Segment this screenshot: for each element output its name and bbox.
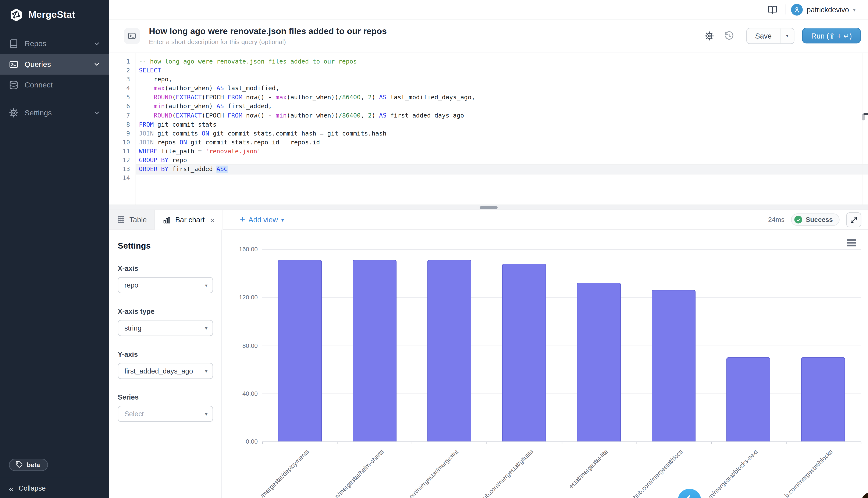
sidebar-item-repos[interactable]: Repos [0, 34, 109, 54]
x-axis-label: hub.com/mergestat/docs [632, 448, 684, 498]
beta-badge: beta [9, 459, 48, 471]
line-number: 13 [109, 165, 136, 174]
bar [726, 357, 770, 442]
code-line: JOIN repos ON git_commit_stats.repo_id =… [136, 138, 868, 147]
gear-icon [9, 108, 18, 118]
chart-plot: 160.00120.0080.0040.000.00/mergestat/dep… [221, 230, 868, 498]
y-axis-select[interactable]: first_added_days_ago ▾ [118, 363, 213, 379]
caret-down-icon: ▾ [281, 217, 284, 223]
add-view-button[interactable]: + Add view ▾ [240, 210, 284, 229]
editor-scroll-marker [864, 113, 868, 115]
query-type-badge [124, 27, 140, 44]
line-number: 11 [109, 147, 136, 156]
sidebar-item-label: Queries [25, 60, 87, 68]
line-number: 12 [109, 156, 136, 165]
book-icon [9, 39, 18, 49]
close-icon[interactable]: × [210, 215, 215, 224]
x-axis-value: repo [124, 281, 138, 289]
y-axis-value: first_added_days_ago [124, 367, 193, 375]
line-number: 10 [109, 138, 136, 147]
sidebar-nav: Repos Queries [0, 34, 109, 123]
beta-label: beta [27, 461, 40, 468]
y-tick-label: 40.00 [231, 390, 258, 397]
query-header: How long ago were renovate.json files ad… [109, 19, 868, 52]
expand-results-button[interactable] [846, 212, 861, 227]
table-grid-icon [117, 216, 125, 224]
bar-chart-icon [163, 216, 171, 224]
save-options-caret[interactable]: ▾ [780, 28, 794, 43]
series-value: Select [124, 410, 144, 418]
code-line: repo, [136, 75, 868, 84]
panel-resize-handle[interactable] [109, 205, 868, 210]
query-duration: 24ms [768, 216, 784, 224]
series-select[interactable]: Select ▾ [118, 406, 213, 422]
x-axis-tick [487, 442, 487, 444]
y-tick-label: 0.00 [231, 438, 258, 445]
plus-icon: + [240, 214, 245, 224]
x-axis-label: ub.com/mergestat/gitutils [482, 448, 534, 498]
bar [353, 260, 396, 442]
editor-scrollbar-track [862, 53, 863, 205]
tab-table[interactable]: Table [109, 210, 155, 229]
sidebar-item-settings[interactable]: Settings [0, 103, 109, 123]
code-line: GROUP BY repo [136, 156, 868, 165]
add-view-label: Add view [248, 215, 278, 224]
caret-down-icon: ▾ [853, 6, 856, 13]
chart-settings-panel: Settings X-axis repo ▾ X-axis type strin… [109, 230, 221, 498]
save-split-button: Save ▾ [746, 27, 794, 44]
sql-editor[interactable]: 1234567891011121314 -- how long ago were… [109, 53, 868, 205]
caret-down-icon: ▾ [205, 411, 207, 417]
docs-book-icon[interactable] [765, 2, 779, 16]
sidebar: MergeStat Repos Qu [0, 0, 109, 498]
sidebar-item-queries[interactable]: Queries [0, 54, 109, 75]
chevron-down-icon [93, 61, 100, 68]
bar [577, 283, 621, 442]
y-tick-label: 120.00 [231, 294, 258, 301]
code-line: ORDER BY first_added ASC [136, 165, 868, 174]
line-number: 9 [109, 129, 136, 138]
x-axis-label: /mergestat/deployments [259, 448, 310, 498]
code-line [136, 174, 868, 183]
sidebar-item-label: Settings [25, 109, 87, 117]
line-number: 7 [109, 111, 136, 120]
code-line: max(author_when) AS last_modified, [136, 84, 868, 93]
x-axis-label: om/mergestat/mergestat [408, 448, 459, 498]
bar-chart: 160.00120.0080.0040.000.00/mergestat/dep… [221, 230, 868, 498]
app-logo: MergeStat [0, 0, 109, 28]
x-axis-select[interactable]: repo ▾ [118, 277, 213, 293]
query-title[interactable]: How long ago were renovate.json files ad… [149, 26, 702, 36]
x-axis-tick [861, 442, 861, 444]
tab-bar-chart[interactable]: Bar chart × [155, 210, 223, 230]
x-axis-label: m/mergestat/blocks-next [707, 448, 759, 498]
collapse-sidebar-button[interactable]: « Collapse [0, 478, 109, 498]
divider [785, 4, 786, 14]
query-history-icon[interactable] [722, 28, 736, 43]
bar [502, 264, 546, 442]
query-description-input[interactable]: Enter a short description for this query… [149, 39, 702, 45]
line-number: 3 [109, 75, 136, 84]
status-label: Success [806, 216, 833, 224]
sidebar-item-connect[interactable]: Connect [0, 75, 109, 95]
gridline [262, 393, 861, 394]
terminal-icon [9, 60, 18, 69]
line-number: 6 [109, 102, 136, 111]
line-number: 4 [109, 84, 136, 93]
line-number: 5 [109, 93, 136, 102]
tab-label: Bar chart [175, 216, 205, 224]
caret-down-icon: ▾ [205, 282, 207, 288]
editor-gutter: 1234567891011121314 [109, 57, 136, 183]
x-axis-type-value: string [124, 324, 141, 332]
x-axis-tick [412, 442, 412, 444]
save-button[interactable]: Save [747, 28, 780, 43]
query-settings-gear-icon[interactable] [702, 29, 716, 43]
editor-code[interactable]: -- how long ago were renovate.json files… [136, 53, 868, 183]
status-badge: Success [791, 213, 840, 226]
bar [427, 260, 471, 442]
bar [801, 357, 845, 442]
x-axis-type-select[interactable]: string ▾ [118, 320, 213, 336]
x-axis-tick [562, 442, 562, 444]
account-menu[interactable]: patrickdevivo ▾ [791, 4, 856, 15]
line-number: 2 [109, 66, 136, 75]
tag-icon [16, 461, 23, 468]
run-button[interactable]: Run (⇧ + ↵) [802, 28, 861, 44]
